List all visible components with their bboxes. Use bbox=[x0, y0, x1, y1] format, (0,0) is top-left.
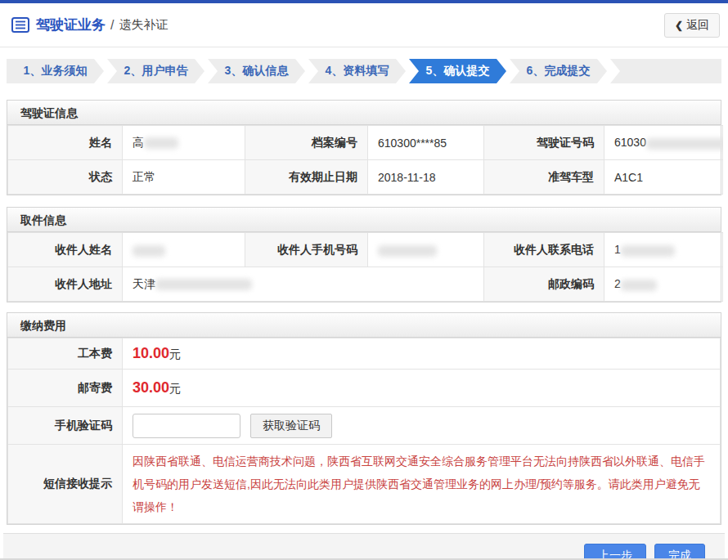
fee-amount: 10.00 bbox=[133, 345, 169, 361]
step-tab-4[interactable]: 4、资料填写 bbox=[308, 59, 406, 83]
redacted-value bbox=[144, 137, 178, 149]
valid-until-value: 2018-11-18 bbox=[368, 160, 484, 195]
table-row: 邮寄费 30.00元 bbox=[8, 370, 721, 407]
step-tab-3[interactable]: 3、确认信息 bbox=[208, 59, 305, 83]
name-text: 高 bbox=[133, 136, 144, 149]
payment-table: 工本费 10.00元 邮寄费 30.00元 手机验证码 获取验证码 短信接收提示… bbox=[7, 338, 721, 524]
redacted-value bbox=[378, 245, 437, 257]
sms-notice-label: 短信接收提示 bbox=[8, 445, 123, 524]
fee-amount: 30.00 bbox=[133, 379, 169, 396]
fee-unit: 元 bbox=[169, 347, 181, 361]
step-label: 1、业务须知 bbox=[24, 64, 88, 78]
recipient-address-text: 天津 bbox=[133, 277, 155, 290]
status-label: 状态 bbox=[8, 160, 123, 195]
get-code-button[interactable]: 获取验证码 bbox=[250, 414, 332, 438]
step-tab-6[interactable]: 6、完成提交 bbox=[510, 59, 607, 83]
redacted-value bbox=[155, 279, 252, 290]
production-fee-value: 10.00元 bbox=[123, 338, 721, 370]
table-row: 收件人姓名 收件人手机号码 收件人联系电话 1 bbox=[8, 233, 723, 267]
section-payment: 缴纳费用 工本费 10.00元 邮寄费 30.00元 手机验证码 获取验证码 短… bbox=[7, 312, 721, 525]
section-title-pickup: 取件信息 bbox=[7, 208, 721, 232]
redacted-value bbox=[621, 280, 657, 291]
redacted-value bbox=[621, 245, 675, 257]
step-label: 4、资料填写 bbox=[326, 64, 389, 78]
step-tab-5[interactable]: 5、确认提交 bbox=[409, 59, 506, 83]
postal-code-value: 2 bbox=[604, 267, 723, 302]
finish-button[interactable]: 完成 bbox=[654, 544, 705, 560]
name-label: 姓名 bbox=[8, 126, 123, 160]
section-title-license: 驾驶证信息 bbox=[7, 101, 721, 125]
file-no-value: 610300****85 bbox=[368, 126, 484, 160]
license-no-text: 61030 bbox=[614, 136, 646, 149]
back-button-label: 返回 bbox=[686, 18, 709, 33]
recipient-address-value: 天津 bbox=[123, 267, 484, 302]
name-value: 高 bbox=[123, 126, 245, 160]
sms-code-input[interactable] bbox=[133, 414, 240, 438]
list-icon bbox=[11, 17, 29, 33]
sms-notice-text: 因陕西省联通、电信运营商技术问题，陕西省互联网交通安全综合服务管理平台无法向持陕… bbox=[133, 445, 710, 523]
table-row: 状态 正常 有效期止日期 2018-11-18 准驾车型 A1C1 bbox=[8, 160, 723, 195]
breadcrumb-separator: / bbox=[110, 18, 114, 33]
sms-notice-cell: 因陕西省联通、电信运营商技术问题，陕西省互联网交通安全综合服务管理平台无法向持陕… bbox=[123, 445, 721, 524]
section-title-payment: 缴纳费用 bbox=[7, 313, 721, 338]
license-no-value: 61030 bbox=[604, 126, 723, 160]
mailing-fee-label: 邮寄费 bbox=[8, 370, 123, 407]
file-no-label: 档案编号 bbox=[245, 126, 368, 160]
step-label: 5、确认提交 bbox=[426, 64, 490, 78]
table-row: 手机验证码 获取验证码 bbox=[8, 407, 721, 445]
vehicle-type-label: 准驾车型 bbox=[484, 160, 604, 195]
sms-code-label: 手机验证码 bbox=[8, 407, 123, 445]
previous-step-button[interactable]: 上一步 bbox=[584, 544, 646, 560]
license-info-table: 姓名 高 档案编号 610300****85 驾驶证号码 61030 状态 正常… bbox=[7, 125, 723, 195]
vehicle-type-value: A1C1 bbox=[604, 160, 723, 195]
page-header: 驾驶证业务 / 遗失补证 ❮ 返回 bbox=[0, 3, 728, 47]
pickup-info-table: 收件人姓名 收件人手机号码 收件人联系电话 1 收件人地址 天津 邮政编码 2 bbox=[7, 232, 723, 302]
recipient-name-label: 收件人姓名 bbox=[8, 233, 123, 267]
recipient-phone-value: 1 bbox=[604, 233, 723, 267]
steps-bar: 1、业务须知 2、用户申告 3、确认信息 4、资料填写 5、确认提交 6、完成提… bbox=[7, 59, 721, 83]
status-value: 正常 bbox=[123, 160, 245, 195]
step-tab-2[interactable]: 2、用户申告 bbox=[107, 59, 204, 83]
postal-code-label: 邮政编码 bbox=[484, 267, 604, 302]
recipient-phone-text: 1 bbox=[614, 243, 621, 256]
recipient-phone-label: 收件人联系电话 bbox=[484, 233, 604, 267]
page-subtitle: 遗失补证 bbox=[119, 17, 168, 33]
recipient-name-value bbox=[123, 233, 245, 267]
step-label: 6、完成提交 bbox=[527, 64, 591, 78]
table-row: 工本费 10.00元 bbox=[8, 338, 721, 370]
recipient-mobile-label: 收件人手机号码 bbox=[245, 233, 368, 267]
valid-until-label: 有效期止日期 bbox=[245, 160, 368, 195]
recipient-address-label: 收件人地址 bbox=[8, 267, 123, 302]
fee-unit: 元 bbox=[169, 382, 181, 395]
steps-filler bbox=[610, 59, 721, 83]
mailing-fee-value: 30.00元 bbox=[123, 370, 721, 407]
table-row: 短信接收提示 因陕西省联通、电信运营商技术问题，陕西省互联网交通安全综合服务管理… bbox=[8, 445, 721, 524]
section-pickup-info: 取件信息 收件人姓名 收件人手机号码 收件人联系电话 1 收件人地址 天津 邮政… bbox=[7, 207, 721, 302]
step-label: 3、确认信息 bbox=[225, 64, 289, 78]
chevron-left-icon: ❮ bbox=[675, 20, 683, 31]
page-title: 驾驶证业务 bbox=[36, 16, 106, 34]
back-button[interactable]: ❮ 返回 bbox=[664, 13, 720, 38]
license-no-label: 驾驶证号码 bbox=[484, 126, 604, 160]
footer-action-bar: 上一步 完成 bbox=[3, 533, 725, 560]
postal-code-text: 2 bbox=[614, 277, 621, 290]
sms-code-cell: 获取验证码 bbox=[123, 407, 721, 445]
production-fee-label: 工本费 bbox=[8, 338, 123, 370]
table-row: 姓名 高 档案编号 610300****85 驾驶证号码 61030 bbox=[8, 126, 723, 160]
section-license-info: 驾驶证信息 姓名 高 档案编号 610300****85 驾驶证号码 61030… bbox=[7, 100, 721, 195]
table-row: 收件人地址 天津 邮政编码 2 bbox=[8, 267, 723, 302]
step-tab-1[interactable]: 1、业务须知 bbox=[7, 59, 104, 83]
redacted-value bbox=[646, 138, 723, 150]
redacted-value bbox=[133, 245, 165, 257]
step-label: 2、用户申告 bbox=[124, 64, 188, 78]
recipient-mobile-value bbox=[368, 233, 484, 267]
